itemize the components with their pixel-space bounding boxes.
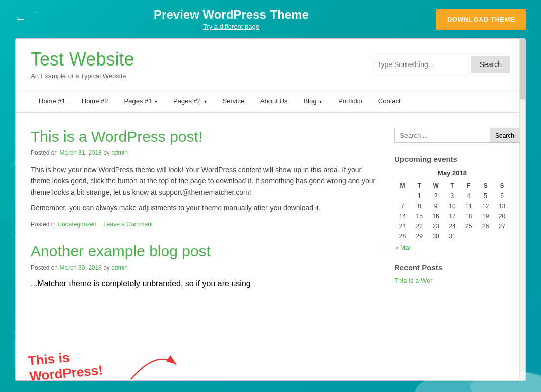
blog-arrow-icon: ▾ <box>319 99 322 104</box>
cal-th-t1: T <box>411 181 428 191</box>
nav-link-contact[interactable]: Contact <box>370 90 409 112</box>
cal-day-4[interactable]: 4 <box>460 191 477 201</box>
cal-th-w: W <box>428 181 444 191</box>
calendar-table: M T W T F S S 1 2 <box>394 181 510 253</box>
calendar: May 2018 M T W T F S S <box>394 169 510 253</box>
preview-title: Preview WordPress Theme <box>154 8 309 22</box>
cal-day-19: 19 <box>477 211 494 221</box>
cal-th-m: M <box>394 181 411 191</box>
post-1-posted-label: Posted on <box>31 149 58 156</box>
sidebar-search-button[interactable]: Search <box>490 128 520 143</box>
nav-link-about[interactable]: About Us <box>252 90 295 112</box>
cal-day-31: 31 <box>444 231 461 241</box>
cal-day-5: 5 <box>477 191 494 201</box>
cal-day-empty-1 <box>394 191 411 201</box>
cal-week-2: 7 8 9 10 11 12 13 <box>394 201 510 211</box>
cal-day-6: 6 <box>494 191 510 201</box>
calendar-header-row: M T W T F S S <box>394 181 510 191</box>
recent-posts-title: Recent Posts <box>394 263 510 272</box>
post-2-fade <box>31 292 379 307</box>
nav-item-home1: Home #1 <box>31 90 74 112</box>
upcoming-events-title: Upcoming events <box>394 155 510 163</box>
nav-link-pages1[interactable]: Pages #1 ▾ <box>116 90 166 112</box>
cal-week-4: 21 22 23 24 25 26 27 <box>394 221 510 231</box>
blog-post-1: This is a WordPress post! Posted on Marc… <box>31 128 379 228</box>
post-1-title[interactable]: This is a WordPress post! <box>31 128 379 145</box>
post-2-author[interactable]: admin <box>111 264 128 271</box>
cal-day-10: 10 <box>444 201 461 211</box>
header-search-button[interactable]: Search <box>471 56 510 73</box>
cal-week-5: 28 29 30 31 <box>394 231 510 241</box>
nav-item-pages1: Pages #1 ▾ <box>116 90 166 112</box>
nav-link-service[interactable]: Service <box>215 90 252 112</box>
post-1-by-label: by <box>103 149 111 156</box>
post-2-by-label: by <box>103 264 111 271</box>
post-1-footer: Posted in Uncategorized Leave a Comment <box>31 221 379 228</box>
post-2-content-partial: ...Matcher theme is completely unbranded… <box>31 279 379 307</box>
cal-nav-cell: « Mar <box>394 241 510 253</box>
pages2-arrow-icon: ▾ <box>204 99 207 104</box>
cal-th-f: F <box>460 181 477 191</box>
cal-day-3: 3 <box>444 191 461 201</box>
post-1-content: This is how your new WordPress theme wil… <box>31 164 379 214</box>
cal-day-12: 12 <box>477 201 494 211</box>
cal-day-1: 1 <box>411 191 428 201</box>
top-bar: ← Preview WordPress Theme Try a differen… <box>0 0 541 38</box>
browser-frame: Test Website An Example of a Typical Web… <box>15 38 526 381</box>
cal-prev-link[interactable]: « Mar <box>395 244 411 251</box>
cal-day-7: 7 <box>394 201 411 211</box>
post-2-date[interactable]: March 30, 2018 <box>59 264 101 271</box>
recent-post-link-1[interactable]: This is a Wor <box>394 277 433 284</box>
header-search-input[interactable] <box>371 56 471 73</box>
post-1-category[interactable]: Uncategorized <box>57 221 96 228</box>
nav-item-service: Service <box>215 90 252 112</box>
post-1-leave-comment[interactable]: Leave a Comment <box>103 221 153 228</box>
site-title-colored: Website <box>69 49 134 70</box>
site-tagline: An Example of a Typical Website <box>31 72 134 80</box>
nav-link-portfolio[interactable]: Portfolio <box>330 90 370 112</box>
try-different-page-link[interactable]: Try a different page <box>203 23 259 30</box>
nav-item-blog: Blog ▾ <box>295 90 330 112</box>
cal-day-2: 2 <box>428 191 444 201</box>
cal-th-s1: S <box>477 181 494 191</box>
post-2-content-text: ...Matcher theme is completely unbranded… <box>31 279 379 288</box>
cal-day-11: 11 <box>460 201 477 211</box>
cal-day-27: 27 <box>494 221 510 231</box>
cal-th-t2: T <box>444 181 461 191</box>
cal-day-18: 18 <box>460 211 477 221</box>
cal-week-1: 1 2 3 4 5 6 <box>394 191 510 201</box>
nav-item-about: About Us <box>252 90 295 112</box>
post-2-meta: Posted on March 30, 2018 by admin <box>31 264 379 271</box>
cal-day-25: 25 <box>460 221 477 231</box>
cal-day-16: 16 <box>428 211 444 221</box>
scrollbar-thumb[interactable] <box>520 39 525 99</box>
cal-day-20: 20 <box>494 211 510 221</box>
site-title-plain: Test <box>31 49 69 70</box>
post-1-date[interactable]: March 31, 2018 <box>59 149 101 156</box>
sidebar-search-area: Search <box>394 128 510 143</box>
header-search-area: Search <box>371 56 510 73</box>
nav-link-home2[interactable]: Home #2 <box>74 90 116 112</box>
site-header: Test Website An Example of a Typical Web… <box>16 39 525 90</box>
nav-item-contact: Contact <box>370 90 409 112</box>
cal-day-21: 21 <box>394 221 411 231</box>
cal-day-14: 14 <box>394 211 411 221</box>
nav-link-pages2[interactable]: Pages #2 ▾ <box>165 90 215 112</box>
scrollbar[interactable] <box>519 39 525 380</box>
calendar-month-year: May 2018 <box>394 169 510 177</box>
post-2-title[interactable]: Another example blog post <box>31 243 379 260</box>
cal-day-13: 13 <box>494 201 510 211</box>
cal-day-26: 26 <box>477 221 494 231</box>
nav-link-home1[interactable]: Home #1 <box>31 90 74 112</box>
nav-link-blog[interactable]: Blog ▾ <box>295 90 330 112</box>
cal-th-s2: S <box>494 181 510 191</box>
sidebar: Search Upcoming events May 2018 M T W T … <box>394 128 510 307</box>
site-main: This is a WordPress post! Posted on Marc… <box>16 113 525 322</box>
blog-post-2: Another example blog post Posted on Marc… <box>31 243 379 307</box>
back-button[interactable]: ← <box>15 13 26 26</box>
post-1-meta: Posted on March 31, 2018 by admin <box>31 149 379 156</box>
sidebar-search-input[interactable] <box>394 128 490 143</box>
download-theme-button[interactable]: DOWNLOAD THEME <box>436 9 526 30</box>
site-title-area: Test Website An Example of a Typical Web… <box>31 49 134 80</box>
post-1-author[interactable]: admin <box>111 149 128 156</box>
